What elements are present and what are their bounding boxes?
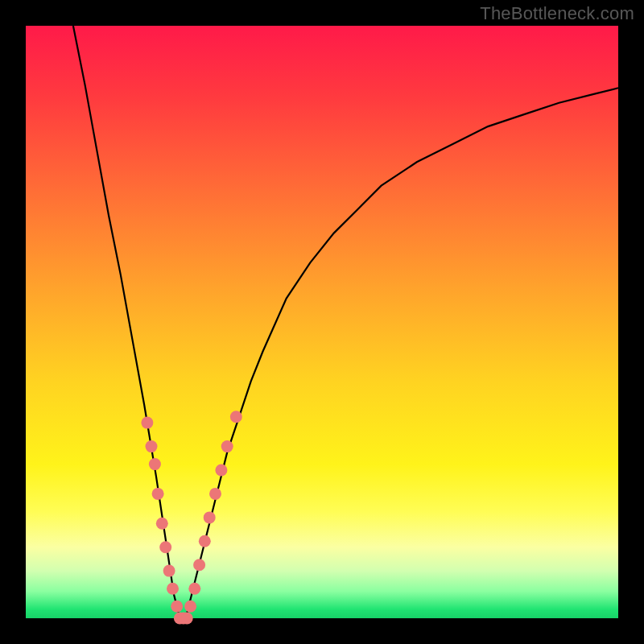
data-marker (171, 601, 183, 613)
data-marker (215, 464, 227, 477)
data-marker (221, 440, 233, 452)
data-marker (193, 559, 205, 571)
data-marker (184, 601, 196, 613)
data-marker (152, 488, 164, 500)
watermark-text: TheBottleneck.com (480, 3, 634, 24)
data-marker (141, 417, 153, 429)
plot-background (26, 26, 618, 618)
data-marker (163, 565, 175, 577)
data-marker (209, 488, 221, 500)
chart-frame: TheBottleneck.com (0, 0, 644, 644)
data-marker (181, 613, 193, 625)
data-marker (159, 541, 171, 553)
bottleneck-chart (0, 0, 644, 644)
data-marker (167, 583, 179, 595)
data-marker (199, 535, 211, 547)
data-marker (204, 511, 216, 523)
data-marker (146, 440, 158, 452)
data-marker (230, 411, 242, 423)
data-marker (188, 583, 200, 595)
data-marker (149, 458, 161, 470)
data-marker (156, 518, 168, 530)
